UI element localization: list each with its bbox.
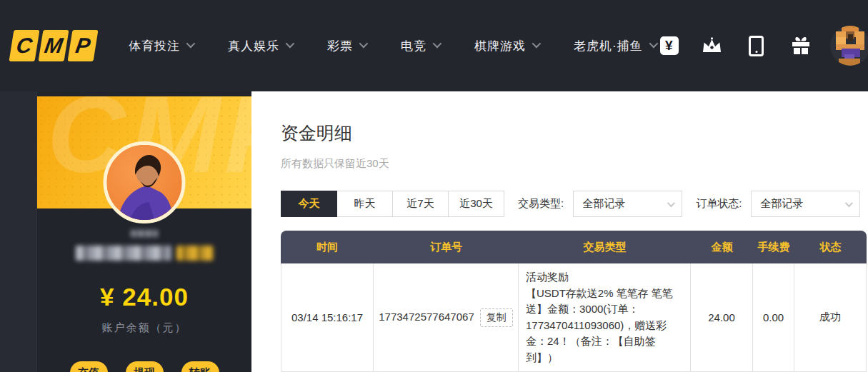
table-row: 03/14 15:16:17 1773472577647067复制 活动奖励 【… — [281, 263, 867, 372]
transaction-type-value: 全部记录 — [582, 197, 625, 211]
page-title: 资金明细 — [281, 121, 867, 145]
promotions-button[interactable] — [790, 35, 812, 56]
deposit-button[interactable]: 充值 — [70, 361, 108, 372]
chevron-down-icon — [649, 39, 658, 48]
chevron-down-icon — [433, 39, 442, 48]
nav-item-label: 体育投注 — [129, 38, 180, 54]
cell-amount: 24.00 — [691, 263, 753, 372]
profile-sidebar: CMP — [37, 91, 251, 372]
cell-fee: 0.00 — [753, 263, 794, 372]
account-balance-label: 账户余额（元） — [37, 321, 251, 335]
logo-letter: M — [39, 30, 69, 61]
order-status-label: 订单状态: — [696, 197, 742, 211]
chevron-down-icon — [667, 198, 675, 206]
profile-id-blurred — [131, 230, 158, 237]
profile-username-blurred — [76, 246, 171, 261]
user-account-menu[interactable] — [830, 26, 868, 66]
mobile-app-button[interactable] — [746, 35, 767, 56]
nav-item-label: 彩票 — [327, 38, 353, 54]
withdraw-button[interactable]: 提现 — [126, 361, 164, 372]
filter-row: 今天 昨天 近7天 近30天 交易类型: 全部记录 订单状态: 全部记录 — [281, 191, 867, 217]
chevron-down-icon — [359, 39, 369, 48]
chevron-down-icon — [186, 39, 196, 48]
logo-letter: C — [9, 30, 40, 61]
brand-logo[interactable]: C M P — [11, 30, 96, 61]
account-balance: ¥ 24.00 — [37, 283, 251, 311]
nav-item-live-casino[interactable]: 真人娱乐 — [228, 38, 292, 54]
nav-item-slots-fishing[interactable]: 老虎机·捕鱼 ¥ — [574, 36, 679, 55]
tab-last-30-days[interactable]: 近30天 — [448, 191, 504, 217]
profile-level-badge-blurred — [176, 246, 214, 261]
col-header-status: 状态 — [794, 231, 867, 263]
cell-order: 1773472577647067复制 — [374, 263, 519, 372]
transaction-type-title: 活动奖励 — [526, 269, 683, 286]
left-dark-rail — [0, 91, 37, 372]
tab-yesterday[interactable]: 昨天 — [336, 191, 393, 217]
transaction-type-select[interactable]: 全部记录 — [573, 191, 682, 217]
tab-last-7-days[interactable]: 近7天 — [392, 191, 449, 217]
transaction-type-desc: 【USDT存款送2% 笔笔存 笔笔送】金额：3000(订单：1773470411… — [526, 286, 683, 366]
col-header-time: 时间 — [281, 231, 374, 263]
nav-item-board-games[interactable]: 棋牌游戏 — [474, 38, 539, 54]
copy-button[interactable]: 复制 — [480, 308, 513, 327]
logo-letter: P — [68, 30, 99, 61]
page-subtitle: 所有数据只保留近30天 — [281, 157, 867, 171]
nav-item-esports[interactable]: 电竞 — [401, 38, 439, 54]
nav-item-label: 真人娱乐 — [228, 38, 279, 54]
col-header-type: 交易类型 — [519, 231, 691, 263]
top-navbar: C M P 体育投注 真人娱乐 彩票 电竞 棋牌游戏 — [0, 0, 868, 91]
phone-icon — [749, 36, 764, 56]
tab-today[interactable]: 今天 — [281, 191, 337, 217]
chevron-down-icon — [286, 39, 295, 48]
crown-icon — [702, 37, 722, 54]
nav-item-label: 棋牌游戏 — [474, 38, 526, 54]
user-avatar — [830, 26, 868, 66]
funds-detail-panel: 资金明细 所有数据只保留近30天 今天 昨天 近7天 近30天 交易类型: 全部… — [251, 91, 868, 372]
table-header-row: 时间 订单号 交易类型 金额 手续费 状态 — [281, 231, 867, 263]
nav-item-sports[interactable]: 体育投注 — [129, 38, 193, 54]
transaction-type-label: 交易类型: — [518, 197, 564, 211]
app-screen: C M P 体育投注 真人娱乐 彩票 电竞 棋牌游戏 — [0, 0, 868, 372]
main-nav: 体育投注 真人娱乐 彩票 电竞 棋牌游戏 老虎机·捕鱼 — [129, 36, 679, 55]
chevron-down-icon — [532, 39, 542, 48]
profile-name-row — [37, 246, 251, 261]
col-header-amount: 金额 — [691, 231, 753, 263]
navbar-quick-icons — [702, 35, 812, 56]
order-status-select[interactable]: 全部记录 — [751, 191, 860, 217]
funds-table: 时间 订单号 交易类型 金额 手续费 状态 03/14 15:16:17 177… — [281, 231, 867, 372]
cell-type: 活动奖励 【USDT存款送2% 笔笔存 笔笔送】金额：3000(订单：17734… — [519, 263, 691, 372]
wallet-actions: 充值 提现 转账 — [37, 361, 251, 372]
col-header-order: 订单号 — [374, 231, 519, 263]
status-badge: 成功 — [794, 263, 867, 372]
nav-item-label: 老虎机·捕鱼 — [574, 38, 643, 54]
yen-ticket-icon: ¥ — [660, 36, 679, 55]
order-status-value: 全部记录 — [760, 197, 803, 211]
profile-avatar — [104, 141, 186, 223]
nav-item-lottery[interactable]: 彩票 — [327, 38, 366, 54]
nav-item-label: 电竞 — [401, 38, 426, 54]
chevron-down-icon — [845, 198, 853, 206]
cell-time: 03/14 15:16:17 — [281, 263, 374, 372]
transfer-button[interactable]: 转账 — [181, 361, 219, 372]
date-range-tabs: 今天 昨天 近7天 近30天 — [281, 191, 504, 217]
order-number: 1773472577647067 — [379, 311, 474, 323]
col-header-fee: 手续费 — [753, 231, 794, 263]
vip-crown-button[interactable] — [702, 35, 723, 56]
gift-icon — [791, 36, 811, 56]
